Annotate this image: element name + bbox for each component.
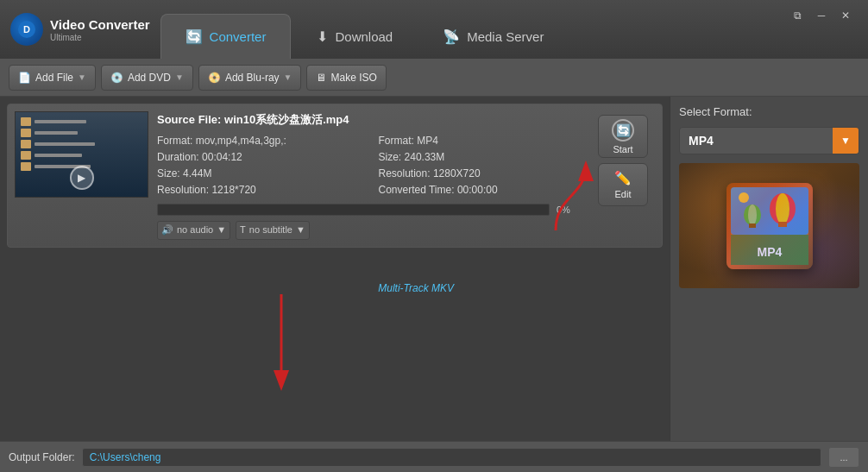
tab-media-server-label: Media Server [467, 29, 544, 44]
add-dvd-icon: 💿 [110, 72, 123, 84]
tab-download-label: Download [335, 29, 393, 44]
add-file-arrow: ▼ [78, 72, 86, 82]
app-title-area: Video Converter Ultimate [50, 17, 150, 42]
format-right: Format: MP4 [379, 133, 583, 149]
annotation-arrow-down [260, 294, 303, 398]
close-button[interactable]: ✕ [837, 9, 854, 22]
progress-row: 0% [157, 203, 582, 218]
restore-button[interactable]: ⧉ [789, 9, 806, 22]
add-file-button[interactable]: 📄 Add File ▼ [9, 65, 96, 91]
source-filename: win10系统沙盘激活.mp4 [224, 113, 349, 126]
progress-bar-container [157, 204, 550, 216]
file-info: Source File: win10系统沙盘激活.mp4 Format: mov… [157, 111, 582, 240]
title-bar: D Video Converter Ultimate 🔄 Converter ⬇… [0, 0, 868, 59]
thumbnail-play-icon[interactable]: ▶ [70, 166, 94, 190]
tab-media-server[interactable]: 📡 Media Server [418, 14, 568, 59]
make-iso-button[interactable]: 🖥 Make ISO [306, 65, 386, 91]
source-label: Source File: [157, 113, 221, 126]
minimize-button[interactable]: ─ [813, 9, 830, 22]
tab-converter-label: Converter [210, 29, 267, 44]
output-label: Output Folder: [9, 451, 75, 463]
app-subtitle: Ultimate [50, 33, 150, 42]
media-server-icon: 📡 [443, 28, 460, 45]
add-bluray-label: Add Blu-ray [225, 72, 280, 84]
size-left: Size: 4.44M [157, 166, 362, 182]
file-actions: 🔄 Start ✏️ Edit [591, 111, 655, 210]
toolbar: 📄 Add File ▼ 💿 Add DVD ▼ 📀 Add Blu-ray ▼… [0, 59, 868, 97]
converted-time: Converted Time: 00:00:00 [379, 182, 583, 198]
file-meta-grid: Format: mov,mp4,m4a,3gp,: Format: MP4 Du… [157, 133, 582, 199]
file-thumbnail: ▶ [15, 111, 148, 198]
format-selector-text: MP4 [680, 134, 833, 148]
format-left: Format: mov,mp4,m4a,3gp,: [157, 133, 362, 149]
right-panel: Select Format: MP4 ▼ [670, 97, 868, 441]
subtitle-select[interactable]: T no subtitle ▼ [236, 221, 310, 240]
format-preview-img: MP4 [726, 183, 813, 269]
add-file-icon: 📄 [18, 72, 31, 84]
start-button[interactable]: 🔄 Start [598, 115, 648, 158]
edit-icon: ✏️ [614, 170, 632, 186]
add-bluray-icon: 📀 [208, 72, 221, 84]
make-iso-label: Make ISO [330, 72, 376, 84]
make-iso-icon: 🖥 [316, 72, 326, 84]
duration-left: Duration: 00:04:12 [157, 149, 362, 166]
add-dvd-arrow: ▼ [175, 72, 184, 82]
resolution-right: Resolution: 1280X720 [379, 166, 583, 182]
edit-button[interactable]: ✏️ Edit [598, 163, 648, 206]
add-bluray-arrow: ▼ [284, 72, 292, 82]
tabs-area: 🔄 Converter ⬇ Download 📡 Media Server [160, 0, 868, 59]
size-right: Size: 240.33M [379, 149, 583, 166]
add-dvd-label: Add DVD [128, 72, 171, 84]
multitrack-label: Multi-Track MKV [378, 282, 454, 294]
add-file-label: Add File [35, 72, 73, 84]
select-format-label: Select Format: [679, 105, 859, 118]
resolution-left: Resolution: 1218*720 [157, 182, 362, 198]
format-preview: MP4 [679, 163, 859, 288]
start-icon: 🔄 [612, 119, 634, 142]
app-icon: D [10, 13, 43, 46]
file-list-area: ▶ Source File: win10系统沙盘激活.mp4 Format: m… [0, 97, 670, 441]
preview-img-overlay [726, 183, 813, 269]
app-logo: D Video Converter Ultimate [0, 13, 160, 46]
add-dvd-button[interactable]: 💿 Add DVD ▼ [101, 65, 193, 91]
main-area: ▶ Source File: win10系统沙盘激活.mp4 Format: m… [0, 97, 868, 441]
format-selector[interactable]: MP4 ▼ [679, 127, 859, 154]
format-dropdown-arrow[interactable]: ▼ [833, 128, 859, 154]
add-bluray-button[interactable]: 📀 Add Blu-ray ▼ [198, 65, 302, 91]
tab-download[interactable]: ⬇ Download [292, 14, 417, 59]
audio-subtitle-row: 🔊 no audio ▼ T no subtitle ▼ [157, 221, 582, 240]
window-controls: ⧉ ─ ✕ [789, 9, 861, 22]
tab-converter[interactable]: 🔄 Converter [160, 14, 292, 59]
output-browse-button[interactable]: ... [828, 447, 859, 468]
output-path: C:\Users\cheng [82, 448, 821, 467]
app-title: Video Converter [50, 17, 150, 33]
svg-text:D: D [23, 24, 30, 35]
audio-select[interactable]: 🔊 no audio ▼ [157, 221, 230, 240]
progress-text: 0% [557, 203, 582, 218]
file-item: ▶ Source File: win10系统沙盘激活.mp4 Format: m… [7, 104, 663, 248]
download-icon: ⬇ [317, 28, 328, 45]
bottom-bar: Output Folder: C:\Users\cheng ... [0, 441, 868, 472]
file-source-name: Source File: win10系统沙盘激活.mp4 [157, 111, 582, 129]
converter-icon: 🔄 [186, 28, 203, 45]
